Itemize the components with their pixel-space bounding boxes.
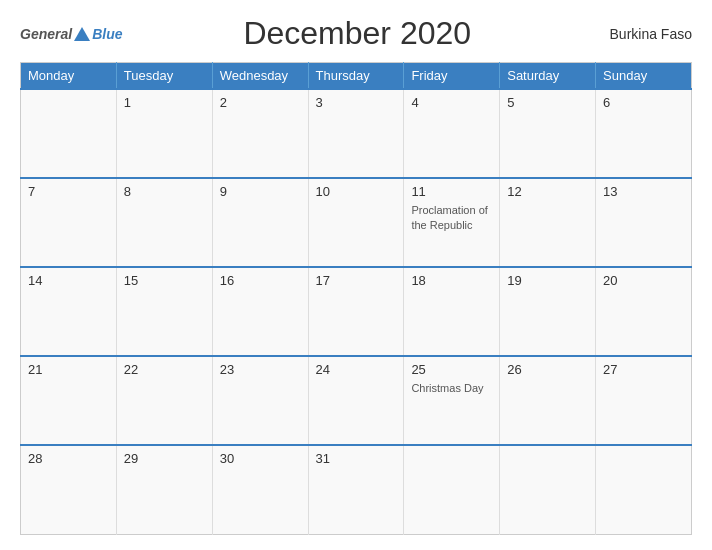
- calendar-cell: 30: [212, 445, 308, 534]
- calendar-cell: 15: [116, 267, 212, 356]
- day-number: 9: [220, 184, 301, 199]
- day-number: 25: [411, 362, 492, 377]
- calendar-header-friday: Friday: [404, 63, 500, 90]
- day-number: 3: [316, 95, 397, 110]
- day-number: 16: [220, 273, 301, 288]
- day-number: 18: [411, 273, 492, 288]
- calendar-cell: 23: [212, 356, 308, 445]
- calendar-week-row: 7891011Proclamation of the Republic1213: [21, 178, 692, 267]
- calendar-cell: 10: [308, 178, 404, 267]
- calendar-cell: 1: [116, 89, 212, 178]
- day-number: 4: [411, 95, 492, 110]
- day-number: 22: [124, 362, 205, 377]
- calendar-header-thursday: Thursday: [308, 63, 404, 90]
- calendar-cell: 12: [500, 178, 596, 267]
- day-number: 20: [603, 273, 684, 288]
- logo-triangle-icon: [74, 27, 90, 41]
- calendar-cell: 27: [596, 356, 692, 445]
- day-number: 7: [28, 184, 109, 199]
- calendar-cell: 18: [404, 267, 500, 356]
- day-number: 8: [124, 184, 205, 199]
- calendar-cell: 2: [212, 89, 308, 178]
- calendar-header-tuesday: Tuesday: [116, 63, 212, 90]
- day-number: 11: [411, 184, 492, 199]
- day-number: 5: [507, 95, 588, 110]
- day-number: 2: [220, 95, 301, 110]
- day-number: 21: [28, 362, 109, 377]
- calendar-cell: 29: [116, 445, 212, 534]
- calendar-cell: 26: [500, 356, 596, 445]
- calendar-event: Christmas Day: [411, 382, 483, 394]
- calendar-header-sunday: Sunday: [596, 63, 692, 90]
- day-number: 26: [507, 362, 588, 377]
- calendar-title: December 2020: [122, 15, 592, 52]
- day-number: 14: [28, 273, 109, 288]
- day-number: 29: [124, 451, 205, 466]
- logo-general-text: General: [20, 26, 72, 42]
- calendar-cell: 22: [116, 356, 212, 445]
- calendar-cell: 14: [21, 267, 117, 356]
- day-number: 30: [220, 451, 301, 466]
- day-number: 19: [507, 273, 588, 288]
- calendar-cell: 24: [308, 356, 404, 445]
- calendar-header-wednesday: Wednesday: [212, 63, 308, 90]
- header: General Blue December 2020 Burkina Faso: [20, 15, 692, 52]
- calendar-event: Proclamation of the Republic: [411, 204, 487, 231]
- day-number: 12: [507, 184, 588, 199]
- calendar-cell: 20: [596, 267, 692, 356]
- calendar-cell: 7: [21, 178, 117, 267]
- calendar-table: MondayTuesdayWednesdayThursdayFridaySatu…: [20, 62, 692, 535]
- calendar-cell: 6: [596, 89, 692, 178]
- day-number: 1: [124, 95, 205, 110]
- calendar-cell: 28: [21, 445, 117, 534]
- day-number: 15: [124, 273, 205, 288]
- day-number: 10: [316, 184, 397, 199]
- calendar-cell: 5: [500, 89, 596, 178]
- calendar-cell: 3: [308, 89, 404, 178]
- calendar-cell: 4: [404, 89, 500, 178]
- calendar-cell: 8: [116, 178, 212, 267]
- calendar-cell: [500, 445, 596, 534]
- calendar-week-row: 2122232425Christmas Day2627: [21, 356, 692, 445]
- calendar-cell: [21, 89, 117, 178]
- day-number: 23: [220, 362, 301, 377]
- calendar-cell: 17: [308, 267, 404, 356]
- calendar-week-row: 14151617181920: [21, 267, 692, 356]
- calendar-cell: [596, 445, 692, 534]
- calendar-week-row: 28293031: [21, 445, 692, 534]
- calendar-cell: 9: [212, 178, 308, 267]
- logo: General Blue: [20, 26, 122, 42]
- day-number: 31: [316, 451, 397, 466]
- calendar-cell: 21: [21, 356, 117, 445]
- calendar-cell: [404, 445, 500, 534]
- calendar-week-row: 123456: [21, 89, 692, 178]
- calendar-header-saturday: Saturday: [500, 63, 596, 90]
- day-number: 24: [316, 362, 397, 377]
- calendar-cell: 16: [212, 267, 308, 356]
- calendar-cell: 25Christmas Day: [404, 356, 500, 445]
- calendar-cell: 11Proclamation of the Republic: [404, 178, 500, 267]
- country-name: Burkina Faso: [592, 26, 692, 42]
- calendar-cell: 19: [500, 267, 596, 356]
- logo-blue-text: Blue: [92, 26, 122, 42]
- calendar-cell: 31: [308, 445, 404, 534]
- day-number: 27: [603, 362, 684, 377]
- calendar-cell: 13: [596, 178, 692, 267]
- calendar-header-row: MondayTuesdayWednesdayThursdayFridaySatu…: [21, 63, 692, 90]
- calendar-header-monday: Monday: [21, 63, 117, 90]
- day-number: 13: [603, 184, 684, 199]
- day-number: 6: [603, 95, 684, 110]
- day-number: 28: [28, 451, 109, 466]
- day-number: 17: [316, 273, 397, 288]
